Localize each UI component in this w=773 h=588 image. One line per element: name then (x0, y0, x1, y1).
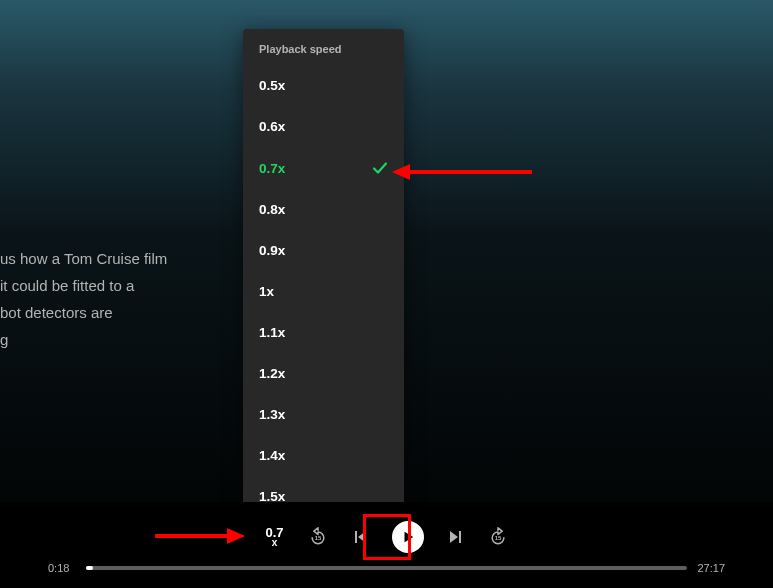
next-track-icon[interactable] (448, 529, 464, 545)
svg-text:15: 15 (314, 535, 321, 541)
playback-speed-option[interactable]: 1.3x (243, 394, 404, 435)
playback-speed-option[interactable]: 0.8x (243, 189, 404, 230)
playback-speed-option[interactable]: 1.1x (243, 312, 404, 353)
svg-text:15: 15 (494, 535, 501, 541)
speed-option-label: 0.5x (259, 78, 285, 93)
previous-track-icon[interactable] (352, 529, 368, 545)
speed-option-label: 0.8x (259, 202, 285, 217)
speed-option-label: 0.7x (259, 161, 285, 176)
progress-bar[interactable] (86, 566, 687, 570)
player-controls: 0.7 x 15 15 (0, 502, 773, 554)
speed-option-label: 1.4x (259, 448, 285, 463)
skip-back-15-icon[interactable]: 15 (308, 527, 328, 547)
playback-speed-header: Playback speed (243, 29, 404, 65)
desc-line: it could be fitted to a (0, 272, 167, 299)
speed-option-label: 0.9x (259, 243, 285, 258)
playback-speed-option[interactable]: 0.5x (243, 65, 404, 106)
checkmark-icon (372, 160, 388, 176)
desc-line: us how a Tom Cruise film (0, 245, 167, 272)
duration-time: 27:17 (697, 562, 725, 574)
playback-speed-option[interactable]: 1x (243, 271, 404, 312)
playback-speed-option[interactable]: 0.9x (243, 230, 404, 271)
playback-speed-button[interactable]: 0.7 x (265, 526, 283, 548)
playback-speed-option[interactable]: 0.6x (243, 106, 404, 147)
playback-speed-menu[interactable]: Playback speed 0.5x0.6x0.7x0.8x0.9x1x1.1… (243, 29, 404, 510)
player-bar: 0.7 x 15 15 (0, 502, 773, 588)
playback-speed-option[interactable]: 0.7x (243, 147, 404, 189)
playback-speed-option[interactable]: 1.4x (243, 435, 404, 476)
speed-option-label: 1.3x (259, 407, 285, 422)
speed-option-label: 0.6x (259, 119, 285, 134)
speed-option-label: 1.2x (259, 366, 285, 381)
playback-speed-options-list[interactable]: 0.5x0.6x0.7x0.8x0.9x1x1.1x1.2x1.3x1.4x1.… (243, 65, 404, 508)
desc-line: g (0, 326, 167, 353)
episode-description-fragment: us how a Tom Cruise film it could be fit… (0, 245, 167, 353)
progress-row: 0:18 27:17 (0, 562, 773, 574)
speed-option-label: 1x (259, 284, 274, 299)
play-icon (401, 530, 415, 544)
elapsed-time: 0:18 (48, 562, 76, 574)
desc-line: bot detectors are (0, 299, 167, 326)
play-button[interactable] (392, 521, 424, 553)
progress-fill (86, 566, 93, 570)
skip-forward-15-icon[interactable]: 15 (488, 527, 508, 547)
playback-speed-option[interactable]: 1.2x (243, 353, 404, 394)
speed-option-label: 1.1x (259, 325, 285, 340)
annotation-arrow-icon (392, 160, 532, 184)
